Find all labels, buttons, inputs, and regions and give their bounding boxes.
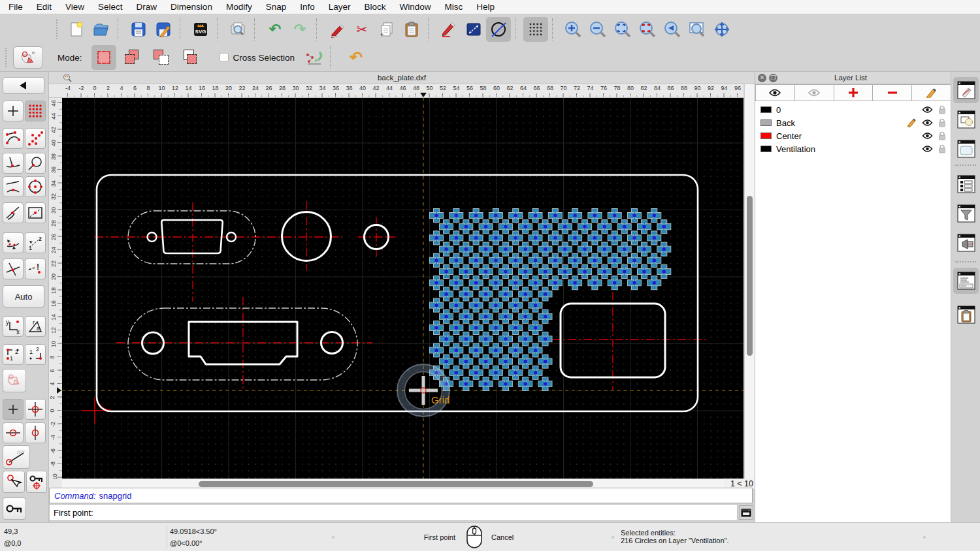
layer-visible-icon[interactable] [922,106,933,114]
show-all-layers-button[interactable] [755,84,795,101]
mode-remove-button[interactable] [149,45,174,70]
layer-panel-title-bar[interactable]: ✕ ❐ Layer List [755,72,951,84]
absolute-sequence-button[interactable]: 12 [25,344,46,365]
menu-modify[interactable]: Modify [226,2,252,12]
draw-circle-button[interactable] [486,17,511,42]
open-file-button[interactable] [89,17,114,42]
menu-dimension[interactable]: Dimension [171,2,212,12]
snap-intersection-manual-button[interactable]: ! [25,259,46,279]
snap-distance-button[interactable]: 12 [25,232,46,253]
dock-view-toggle-button[interactable] [953,230,979,256]
pan-button[interactable] [710,17,734,42]
snap-free-button[interactable] [3,101,24,121]
selection-shape-button[interactable] [3,369,26,392]
add-layer-button[interactable] [834,84,874,101]
command-input[interactable] [97,506,737,519]
dock-command-line-button[interactable] [953,268,979,294]
vertical-scrollbar[interactable] [744,84,755,479]
menu-draw[interactable]: Draw [137,2,157,12]
snap-middle-button[interactable] [3,176,24,197]
zoom-out-button[interactable] [585,17,610,42]
menu-view[interactable]: View [65,2,84,12]
snap-restrict-button[interactable] [3,232,24,253]
snap-reference-button[interactable] [25,202,46,223]
vertical-scrollbar-thumb[interactable] [747,196,753,356]
zoom-previous-button[interactable] [660,17,685,42]
restrict-horizontal-button[interactable] [3,422,24,443]
layer-lock-icon[interactable] [938,105,946,114]
print-preview-button[interactable] [225,17,250,42]
remove-layer-button[interactable] [873,84,912,101]
layer-row-center[interactable]: Center [755,129,951,142]
command-line-toggle-button[interactable] [739,505,753,520]
hide-all-layers-button[interactable] [795,84,834,101]
zoom-in-button[interactable] [561,17,585,42]
layer-row-0[interactable]: 0 [755,103,951,116]
layer-visible-icon[interactable] [922,145,933,153]
mode-add-button[interactable] [120,45,145,70]
menu-layer[interactable]: Layer [329,2,351,12]
set-relative-zero-button[interactable] [3,471,25,493]
toolbar-handle[interactable] [56,20,61,39]
dock-property-editor-button[interactable] [953,77,979,103]
undo-button[interactable]: ↶ [263,17,287,42]
panel-close-button[interactable]: ✕ [758,74,766,82]
menu-misc[interactable]: Misc [445,2,463,12]
cut-button[interactable]: ✂ [350,17,374,42]
snap-angle-button[interactable] [3,445,30,469]
redo-button[interactable]: ↷ [287,17,312,42]
menu-info[interactable]: Info [300,2,315,12]
selection-tool-button[interactable] [13,46,43,69]
layer-visible-icon[interactable] [922,132,933,140]
layer-lock-icon[interactable] [938,131,946,140]
mode-intersect-button[interactable] [178,45,203,70]
copy-button[interactable]: + [374,17,399,42]
back-collapse-button[interactable] [3,77,44,94]
document-title-bar[interactable]: back_plate.dxf [49,72,755,84]
paste-button[interactable] [399,17,424,42]
layer-color-swatch[interactable] [760,146,772,152]
snap-perpendicular-button[interactable] [3,153,24,174]
menu-window[interactable]: Window [400,2,431,12]
layer-color-swatch[interactable] [760,133,772,139]
dock-layer-list-button[interactable] [953,171,979,197]
menu-edit[interactable]: Edit [37,2,52,12]
snap-grid-button[interactable] [25,101,46,121]
coordinate-cartesian-button[interactable]: yx [3,316,24,337]
drawing-canvas[interactable]: Grid [62,98,743,479]
snap-center-button[interactable] [25,176,46,197]
menu-help[interactable]: Help [476,2,495,12]
zoom-selection-button[interactable] [635,17,660,42]
restrict-orthogonal-button[interactable] [25,399,46,420]
save-button[interactable] [126,17,151,42]
deselect-button[interactable] [301,45,326,70]
snap-auto-button[interactable]: Auto [3,285,44,307]
new-file-button[interactable] [64,17,89,42]
cross-selection-checkbox[interactable] [220,53,229,62]
dock-selection-filter-button[interactable] [953,200,979,227]
snap-intersection-button[interactable] [3,259,24,279]
zoom-window-button[interactable] [685,17,710,42]
layer-color-swatch[interactable] [760,119,772,126]
undo-selection-button[interactable]: ↶ [344,45,368,70]
panel-detach-button[interactable]: ❐ [769,74,777,82]
dock-library-browser-button[interactable] [953,136,979,162]
lock-relative-zero-button[interactable] [26,471,47,493]
toolbar-handle[interactable] [5,48,10,67]
zoom-auto-button[interactable] [610,17,635,42]
relative-sequence-button[interactable]: 12 [3,344,24,365]
layer-row-ventilation[interactable]: Ventilation [755,142,951,155]
snap-on-entity-button[interactable] [25,153,46,174]
layer-lock-icon[interactable] [938,144,946,153]
menu-block[interactable]: Block [365,2,386,12]
menu-file[interactable]: File [8,2,23,12]
save-as-button[interactable] [151,17,176,42]
lock-zero-button[interactable] [3,497,26,520]
layer-lock-icon[interactable] [938,118,946,127]
dock-block-list-button[interactable] [953,106,979,133]
snap-points-button[interactable] [25,128,46,149]
coordinate-polar-button[interactable]: ra [25,316,46,337]
layer-visible-icon[interactable] [922,119,933,127]
edit-attributes-button[interactable] [436,17,461,42]
measure-distance-button[interactable] [461,17,486,42]
